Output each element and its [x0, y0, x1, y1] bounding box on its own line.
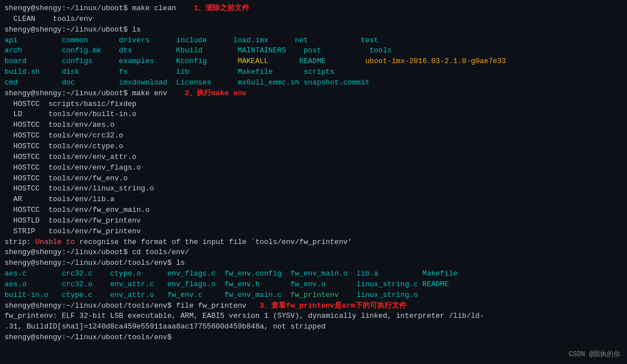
terminal-line: HOSTCC scripts/basic/fixdep — [5, 99, 622, 110]
terminal-line: aes.o crc32.o env_attr.c env_flags.o fw_… — [5, 279, 622, 290]
terminal-line: .31, BuildID[sha1]=1240d8ca459e55911aaa8… — [5, 322, 622, 332]
terminal-line: arch config.mk dts Kbuild MAINTAINERS po… — [5, 46, 622, 56]
terminal-line: HOSTCC tools/env/env_flags.o — [5, 163, 622, 174]
terminal-line: HOSTCC tools/env/fw_env.o — [5, 174, 622, 184]
terminal-line: fw_printenv: ELF 32-bit LSB executable, … — [5, 311, 622, 322]
terminal-line: strip: Unable to recognise the format of… — [5, 237, 622, 248]
terminal-line: built-in.o ctype.c env_attr.o fw_env.c f… — [5, 290, 622, 301]
terminal-line: build.sh disk fs lib Makefile scripts — [5, 67, 622, 78]
terminal-line: aes.c crc32.c ctype.o env_flags.c fw_env… — [5, 269, 622, 279]
terminal-line: HOSTCC tools/env/env_attr.o — [5, 152, 622, 163]
terminal-line: HOSTCC tools/env/crc32.o — [5, 131, 622, 141]
terminal-line: LD tools/env/built-in.o — [5, 109, 622, 120]
terminal-line: HOSTCC tools/env/aes.o — [5, 120, 622, 131]
terminal-line: HOSTCC tools/env/ctype.o — [5, 141, 622, 152]
terminal-line: cmd doc imxdownload Licenses mx6ull_emmc… — [5, 78, 622, 88]
terminal-line: HOSTLD tools/env/fw_printenv — [5, 216, 622, 227]
terminal-line: HOSTCC tools/env/linux_string.o — [5, 184, 622, 194]
terminal-line: shengy@shengy:~/linux/uboot$ cd tools/en… — [5, 247, 622, 258]
terminal-line: shengy@shengy:~/linux/uboot/tools/env$ — [5, 332, 622, 343]
terminal-line: board configs examples Kconfig MAKEALL R… — [5, 56, 622, 67]
terminal-line: shengy@shengy:~/linux/uboot$ make env 2、… — [5, 88, 622, 99]
terminal-line: shengy@shengy:~/linux/uboot/tools/env$ f… — [5, 301, 622, 312]
terminal-line: shengy@shengy:~/linux/uboot$ make clean … — [5, 3, 622, 14]
terminal-line: CLEAN tools/env — [5, 14, 622, 25]
terminal-line: shengy@shengy:~/linux/uboot$ ls — [5, 25, 622, 35]
footer-credit: CSDN @固执的你 — [569, 350, 620, 359]
terminal-line: api common drivers include load.imx net … — [5, 35, 622, 46]
terminal-line: HOSTCC tools/env/fw_env_main.o — [5, 205, 622, 216]
terminal-line: AR tools/env/lib.a — [5, 194, 622, 205]
terminal: shengy@shengy:~/linux/uboot$ make clean … — [0, 0, 627, 364]
terminal-line: STRIP tools/env/fw_printenv — [5, 227, 622, 237]
terminal-line: shengy@shengy:~/linux/uboot/tools/env$ l… — [5, 258, 622, 269]
